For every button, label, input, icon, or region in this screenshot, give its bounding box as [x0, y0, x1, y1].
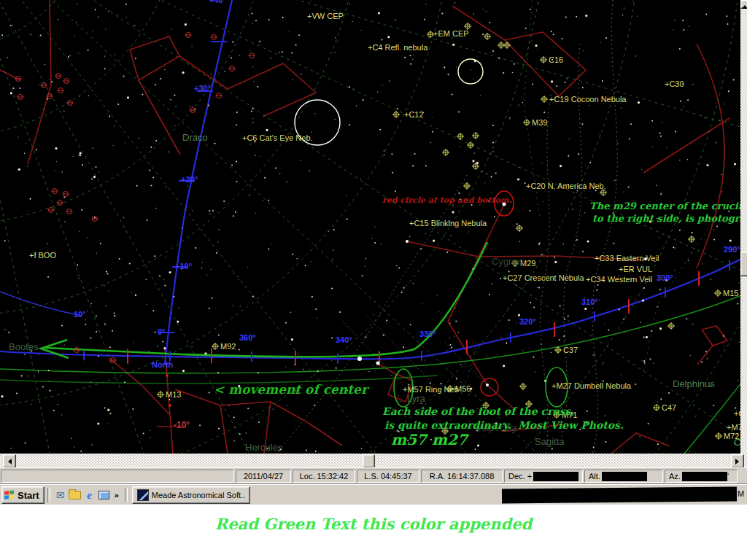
status-panel [1, 470, 234, 483]
map-label: < movement of center [214, 384, 368, 396]
map-label: +C34 Western Veil [586, 276, 652, 284]
map-label: C37 [563, 346, 578, 354]
scroll-up-button[interactable] [740, 0, 747, 9]
map-label: 310° [581, 298, 598, 306]
scroll-right-button[interactable] [731, 454, 744, 468]
map-label: +C4 Refl. nebula [368, 44, 427, 52]
vertical-scrollbar[interactable] [740, 0, 747, 454]
map-label: North [152, 361, 173, 369]
meade-app-icon [137, 489, 149, 501]
map-label: 330° [419, 330, 436, 338]
map-label: 340° [336, 336, 352, 344]
meade-task-button[interactable]: Meade Astronomical Soft... [132, 486, 250, 504]
status-bar: 2011/04/27Loc. 15:32:42L.S. 04:45:37R.A.… [0, 467, 747, 484]
redacted-value [602, 472, 647, 481]
map-label: Bootes [9, 342, 38, 351]
map-label: The m29 center of the crucifix just [589, 201, 740, 211]
map-label: m57 m27 [391, 432, 468, 447]
map-label: +f BOO [29, 252, 56, 260]
status-panel: Alt. [584, 470, 663, 483]
map-label: +C33 Eastern Veil [595, 254, 659, 262]
windows-logo-icon [4, 490, 15, 501]
start-button-label: Start [18, 490, 39, 501]
map-label: Ca [734, 438, 740, 447]
outlook-express-icon[interactable]: ✉ [53, 488, 68, 502]
horizontal-scrollbar[interactable] [0, 454, 747, 467]
map-label: +M73 [727, 424, 740, 432]
map-label: 290° [724, 246, 740, 254]
scroll-left-button[interactable] [3, 454, 16, 468]
taskbar-separator [125, 488, 128, 502]
map-label: -10° [174, 421, 190, 429]
map-label: +20° [181, 176, 198, 184]
redacted-value [682, 472, 727, 481]
map-label: Lyra [407, 394, 425, 403]
star-map[interactable]: +VW CEP+EM CEP+C4 Refl. nebulaC16+C30+C1… [0, 0, 747, 454]
map-label: +C12 [404, 111, 424, 119]
map-label: +40° [209, 0, 226, 4]
map-label: M39 [532, 119, 547, 127]
status-panel: Dec. + [504, 470, 583, 483]
map-label: Delphinus [673, 379, 715, 389]
folder-icon[interactable] [68, 488, 82, 502]
map-label: M56 [455, 385, 471, 393]
status-panel: 2011/04/27 [236, 470, 291, 483]
map-label: C16 [549, 56, 563, 64]
internet-explorer-icon[interactable]: e [82, 488, 97, 502]
map-label: M13 [166, 391, 181, 399]
status-panel: Loc. 15:32:42 [293, 470, 355, 483]
ie-e-glyph: e [87, 489, 92, 502]
start-button[interactable]: Start [1, 486, 44, 504]
map-label: +30° [194, 85, 211, 93]
folder-glyph [69, 491, 81, 499]
taskbar-separator [47, 488, 50, 502]
footer-area: Read Green Text this color appended [0, 505, 747, 560]
map-label: +C19 Cocoon Nebula [549, 96, 627, 104]
map-label: M15 [723, 289, 738, 298]
map-label: +C30 [665, 80, 684, 88]
map-label: C47 [662, 404, 676, 412]
screen: +VW CEP+EM CEP+C4 Refl. nebulaC16+C30+C1… [0, 0, 747, 560]
map-label: 0° [158, 328, 166, 336]
map-label: +VW CEP [307, 12, 344, 20]
map-label: Each side of the foot of the cross, [382, 406, 574, 416]
map-label: +C15 Blinking Nebula [409, 219, 487, 228]
map-label: +EM CEP [433, 30, 469, 38]
clock-fragment: M [738, 489, 744, 498]
up-arrow-icon [742, 2, 747, 9]
map-label: 360° [239, 334, 256, 342]
map-label: +10° [175, 262, 192, 271]
map-label: to the right side, is photographed. [592, 214, 740, 223]
green-note-text: Read Green Text this color appended [0, 515, 747, 533]
quick-launch-overflow-chevron[interactable]: » [112, 491, 122, 499]
redacted-taskbar-region [502, 487, 737, 504]
map-label: +C20 N. America Neb. [526, 182, 606, 190]
meade-task-button-label: Meade Astronomical Soft... [152, 491, 245, 499]
map-label-layer: +VW CEP+EM CEP+C4 Refl. nebulaC16+C30+C1… [0, 0, 740, 454]
map-label: +C27 Crescent Nebula [503, 274, 584, 282]
map-label: M92 [220, 343, 236, 351]
left-arrow-icon [5, 459, 12, 464]
show-desktop-icon[interactable] [97, 488, 112, 502]
map-label: 320° [519, 318, 536, 326]
status-panel: R.A. 16:14:37.088 [421, 470, 503, 483]
map-label: red circle at top and bottom. [382, 196, 511, 204]
vertical-scrollbar-thumb[interactable] [740, 252, 747, 276]
map-label: 300° [657, 274, 673, 282]
map-label: 10° [74, 311, 86, 319]
redacted-value [533, 472, 578, 481]
map-label: +ER VUL [619, 265, 652, 273]
map-label: +M27 Dumbell Nebula [551, 382, 631, 390]
status-panel: L.S. 04:45:37 [357, 470, 419, 483]
map-label: is quite extraordinary. Most View Photos… [384, 420, 624, 430]
vertical-scrollbar-track[interactable] [740, 0, 747, 454]
envelope-icon: ✉ [56, 490, 65, 500]
map-label: Cygnus [492, 257, 524, 266]
status-panel: Az. ' [665, 470, 738, 483]
right-arrow-icon [735, 459, 742, 464]
map-label: +C [734, 410, 740, 418]
map-label: +C6 Cat's Eye Neb. [242, 134, 313, 142]
map-label: Hercules [245, 443, 282, 452]
desktop-glyph [98, 491, 109, 499]
horizontal-scrollbar-thumb[interactable] [363, 454, 375, 468]
